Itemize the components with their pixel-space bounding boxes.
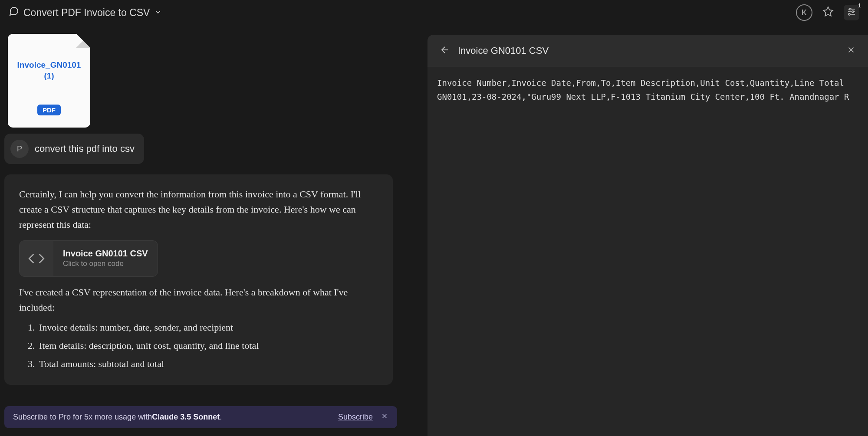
close-subscribe-button[interactable] [381, 412, 388, 422]
star-button[interactable] [820, 5, 836, 20]
header-actions: K 1 [796, 4, 859, 21]
subscribe-text-suffix: . [220, 413, 222, 422]
close-panel-button[interactable] [846, 45, 856, 56]
subscribe-link[interactable]: Subscribe [338, 413, 373, 422]
settings-button[interactable]: 1 [844, 5, 859, 20]
artifact-panel-title: Invoice GN0101 CSV [458, 45, 549, 56]
assistant-list: Invoice details: number, date, sender, a… [19, 318, 378, 373]
user-message: P convert this pdf into csv [4, 134, 144, 164]
conversation-title: Convert PDF Invoice to CSV [23, 7, 150, 19]
list-item: Item details: description, unit cost, qu… [19, 337, 378, 355]
artifact-title: Invoice GN0101 CSV [63, 249, 148, 259]
file-name: Invoice_GN0101 (1) [8, 60, 90, 81]
artifact-card[interactable]: Invoice GN0101 CSV Click to open code [19, 240, 158, 277]
subscribe-banner: Subscribe to Pro for 5x more usage with … [4, 406, 397, 428]
assistant-intro: Certainly, I can help you convert the in… [19, 187, 378, 233]
svg-point-6 [848, 13, 850, 15]
chevron-down-icon [154, 7, 162, 19]
code-line: GN0101,23-08-2024,"Guru99 Next LLP,F-101… [437, 92, 849, 102]
sliders-icon [846, 7, 857, 19]
svg-point-5 [852, 11, 854, 13]
code-viewer[interactable]: Invoice Number,Invoice Date,From,To,Item… [427, 67, 868, 436]
list-item: Total amounts: subtotal and total [19, 355, 378, 373]
file-type-badge: PDF [37, 105, 61, 115]
artifact-subtitle: Click to open code [63, 259, 148, 268]
chat-icon [9, 6, 19, 19]
avatar-initial: K [802, 8, 807, 17]
arrow-left-icon [440, 49, 450, 56]
user-avatar: P [10, 140, 29, 158]
close-icon [381, 413, 388, 422]
account-avatar[interactable]: K [796, 4, 812, 21]
conversation-pane: Invoice_GN0101 (1) PDF P convert this pd… [0, 25, 427, 436]
settings-badge: 1 [858, 2, 861, 9]
code-icon [20, 241, 53, 276]
svg-marker-0 [823, 7, 833, 16]
subscribe-text-prefix: Subscribe to Pro for 5x more usage with [13, 413, 152, 422]
file-attachment[interactable]: Invoice_GN0101 (1) PDF [8, 34, 90, 128]
back-button[interactable] [440, 45, 450, 57]
svg-point-4 [849, 8, 851, 10]
assistant-after: I've created a CSV representation of the… [19, 285, 378, 315]
list-item: Invoice details: number, date, sender, a… [19, 318, 378, 337]
star-icon [822, 6, 834, 19]
code-line: Invoice Number,Invoice Date,From,To,Item… [437, 78, 844, 88]
conversation-title-group[interactable]: Convert PDF Invoice to CSV [9, 6, 162, 19]
assistant-message: Certainly, I can help you convert the in… [4, 174, 393, 385]
user-message-text: convert this pdf into csv [35, 143, 135, 154]
close-icon [846, 49, 856, 56]
app-header: Convert PDF Invoice to CSV K 1 [0, 0, 868, 25]
artifact-panel-header: Invoice GN0101 CSV [427, 35, 868, 67]
subscribe-model-name: Claude 3.5 Sonnet [152, 413, 220, 422]
artifact-panel: Invoice GN0101 CSV Invoice Number,Invoic… [427, 35, 868, 436]
user-avatar-initial: P [17, 144, 22, 154]
